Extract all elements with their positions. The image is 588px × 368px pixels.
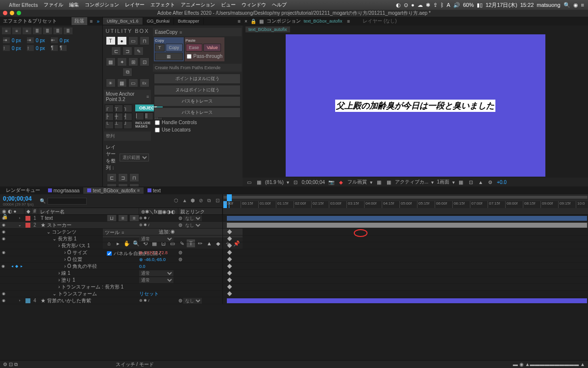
line-icon[interactable]: ● [411, 2, 415, 8]
null-button-1[interactable]: ポイントはヌルに従う [154, 74, 241, 84]
viewer-lock-icon[interactable]: 🔒 [250, 19, 256, 24]
twirl-icon[interactable]: › [17, 298, 22, 303]
res-icon[interactable]: ⊡ [292, 179, 299, 185]
layer-track[interactable] [223, 277, 588, 283]
align-select[interactable]: 選択範囲 [120, 154, 149, 161]
viewer-subtab[interactable]: text_BGbox_autofix [245, 26, 290, 32]
eye-icon[interactable]: ◉ [1, 223, 6, 228]
vf-icon[interactable]: ▦ [458, 179, 465, 185]
keyframe-marker[interactable] [227, 257, 232, 262]
keyframe-marker[interactable] [227, 250, 232, 255]
layer-row[interactable]: ◉⌄ トランスフォームリセット [0, 290, 588, 297]
composition-canvas[interactable]: 父上殿の加齢臭が今日は一段と臭いました [286, 34, 545, 177]
eye-icon[interactable]: ◉ [1, 230, 6, 235]
align-left-icon[interactable]: ≡ [2, 27, 11, 34]
panel-menu-icon[interactable]: ≡ [347, 19, 350, 24]
layer-track[interactable] [223, 229, 588, 235]
switch-mode-toggle[interactable]: スイッチ / モード [116, 361, 154, 368]
grid-icon[interactable]: ▦ [255, 179, 262, 185]
comp-tab[interactable]: text [144, 187, 165, 194]
layer-row[interactable]: › Ö 位置⊗ -46.0,-65.0⊚ [0, 256, 588, 263]
col-visibility[interactable]: ◉ ◐ ● 🔒 [0, 208, 24, 214]
tl-icon[interactable]: ⊘ [199, 198, 206, 205]
handle-checkbox[interactable] [155, 120, 160, 125]
ease-button[interactable]: Ease [186, 44, 203, 52]
layer-color[interactable] [25, 298, 30, 303]
region-icon[interactable]: ▦ [375, 179, 382, 185]
timeline-search-input[interactable] [48, 198, 87, 205]
layer-switches[interactable]: リセット [139, 290, 178, 297]
col-switches[interactable]: ⊕✱＼fx▦◉◑◐ [139, 208, 178, 214]
menu-help[interactable]: ヘルプ [272, 1, 287, 8]
twirl-icon[interactable]: › [64, 263, 66, 269]
indent-left-icon[interactable]: ⇥ [3, 37, 10, 43]
canvas-text[interactable]: 父上殿の加齢臭が今日は一段と臭いました [335, 100, 495, 112]
util-icon[interactable]: ⊡ [140, 57, 149, 66]
anchor-tc[interactable]: ┬ [114, 105, 123, 112]
space-before-icon[interactable]: ↕ [3, 45, 10, 51]
layer-bar[interactable] [227, 223, 587, 228]
ltr-icon[interactable]: ¶ [60, 45, 67, 51]
null-button-4[interactable]: パスをトレース [154, 107, 241, 118]
eye-icon[interactable] [1, 278, 6, 283]
eye-icon[interactable]: ◉ [1, 298, 6, 303]
pickwhip-icon[interactable]: ⊚ [178, 222, 182, 228]
pickwhip-icon[interactable]: ⊚ [178, 215, 182, 221]
layer-color[interactable] [25, 223, 30, 228]
ellipse-tool-icon[interactable]: ● [117, 36, 127, 45]
blend-mode-select[interactable]: 通常 [139, 270, 173, 276]
menu-animation[interactable]: アニメーション [181, 1, 215, 8]
util-icon[interactable]: Ex [140, 79, 149, 87]
layer-row[interactable]: › 長方形パス 1 [0, 242, 588, 249]
status-icon[interactable]: ◐ [396, 2, 401, 8]
menu-file[interactable]: ファイル [44, 1, 63, 8]
parent-select[interactable]: なし [183, 215, 202, 221]
pickwhip-icon[interactable]: ⊚ [178, 298, 182, 303]
comp-tab[interactable]: mogrtaaaaa [44, 187, 83, 194]
property-value[interactable]: ⊗ -46.0,-65.0 [139, 257, 166, 262]
transparency-icon[interactable]: ▦ [385, 179, 392, 185]
text-tool-icon[interactable]: T [106, 36, 116, 45]
keyframe-marker[interactable] [227, 271, 232, 276]
layer-row[interactable]: ◉⌄ コンテンツ追加: ◉ [0, 229, 588, 236]
tl-icon[interactable]: ▲ [182, 198, 189, 205]
util-icon[interactable]: ☀ [106, 79, 116, 87]
layer-switches[interactable]: 0.0 [139, 264, 178, 269]
layer-color[interactable] [25, 216, 30, 221]
timeline-ruler[interactable]: 0:00f00:15f01:00f01:15f02:00f02:15f03:00… [223, 194, 588, 208]
indent-value[interactable]: 0 px [36, 38, 45, 43]
twirl-icon[interactable]: › [58, 277, 60, 283]
locators-checkbox[interactable] [155, 128, 160, 132]
anchor-bc[interactable]: ┴ [114, 121, 123, 129]
layer-switches[interactable]: ⊕ ✱ / [139, 298, 178, 303]
layer-switches[interactable]: 通常 [139, 270, 178, 276]
copy-type-button[interactable]: T [155, 44, 165, 52]
vf-icon[interactable]: ⊡ [467, 179, 474, 185]
eye-icon[interactable] [1, 285, 6, 289]
layer-row[interactable]: ◉›4★ 背景のいかした青紫⊕ ✱ /⊚ なし [0, 297, 588, 304]
a-icon[interactable]: A [447, 2, 450, 8]
layer-track[interactable] [223, 284, 588, 290]
indent-value[interactable]: 0 px [12, 38, 21, 43]
tl-icon[interactable]: ⬡ [174, 198, 181, 205]
util-icon[interactable]: ✦ [117, 57, 127, 66]
anchor-tr[interactable]: ┐ [123, 105, 132, 112]
timeline-timecode[interactable]: 0;00;00;04 [3, 195, 34, 202]
anchor-bl[interactable]: └ [105, 121, 114, 129]
vf-icon[interactable]: ▲ [477, 179, 484, 185]
add-button[interactable]: ◉ [171, 229, 175, 236]
viewer-back-icon[interactable]: × [245, 19, 247, 24]
buttcapper-tab[interactable]: Buttcapper [174, 18, 204, 25]
util-icon[interactable]: ▦ [117, 79, 127, 87]
status-icon[interactable]: ⊙ [404, 2, 408, 8]
layer-track[interactable] [223, 297, 588, 304]
property-value[interactable]: 0.0 [139, 264, 146, 269]
eye-icon[interactable]: ◉ [1, 291, 6, 296]
comp-tab-active[interactable]: text_BGbox_autofix ≡ [83, 187, 144, 194]
twirl-icon[interactable]: › [58, 284, 60, 289]
eye-icon[interactable]: ◉ [1, 216, 6, 221]
effects-panel-title[interactable]: エフェクト＆プリセット [3, 18, 70, 25]
twirl-icon[interactable]: › [64, 257, 66, 262]
menu-composition[interactable]: コンポジション [85, 1, 119, 8]
eye-icon[interactable] [1, 257, 6, 262]
